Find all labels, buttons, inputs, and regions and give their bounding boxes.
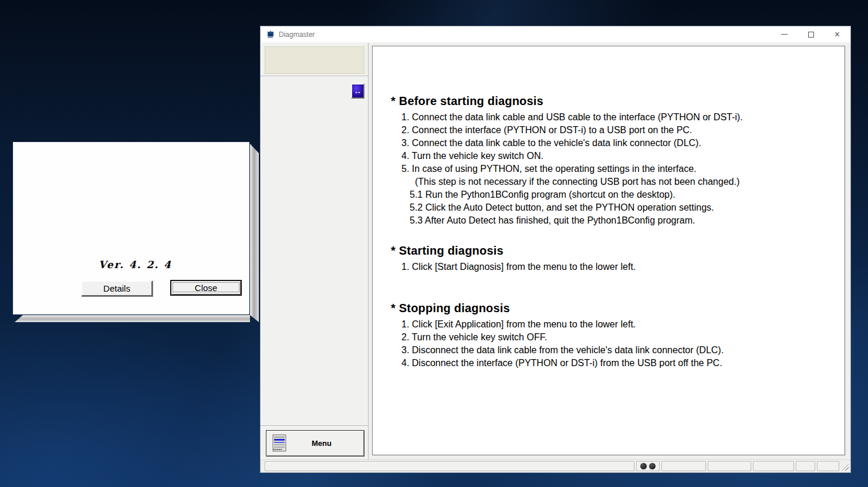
led-panel	[636, 461, 660, 471]
status-panel	[817, 461, 839, 471]
status-panel	[708, 461, 751, 471]
instruction-line: 4. Turn the vehicle key switch ON.	[373, 150, 845, 163]
section-heading: * Stopping diagnosis	[373, 300, 845, 316]
section-heading: * Before starting diagnosis	[373, 93, 845, 109]
minimize-icon	[781, 34, 788, 35]
instruction-line: 2. Connect the interface (PYTHON or DST-…	[373, 124, 845, 137]
status-panel-main	[265, 461, 634, 471]
maximize-button[interactable]	[798, 26, 824, 42]
window-title: Diagmaster	[279, 31, 771, 39]
main-row: ↔ Menu * Before	[261, 43, 850, 459]
details-button[interactable]: Details	[81, 280, 153, 296]
left-right-arrows-icon: ↔	[354, 86, 362, 96]
status-panel	[796, 461, 815, 471]
instruction-line: 5.3 After Auto Detect has finished, quit…	[373, 214, 845, 227]
status-panel	[753, 461, 794, 471]
dialog-close-button[interactable]: Close	[170, 280, 242, 296]
instruction-line: 3. Disconnect the data link cable from t…	[373, 344, 845, 357]
sidebar-divider	[261, 425, 368, 427]
window-controls: ×	[771, 26, 850, 42]
led-indicator	[640, 463, 647, 469]
menu-icon	[272, 434, 288, 453]
status-panel	[661, 461, 706, 471]
close-icon: ×	[835, 30, 840, 39]
app-window: Diagmaster × ↔	[260, 26, 851, 473]
instruction-line: 1. Connect the data link cable and USB c…	[373, 111, 845, 124]
window-close-button[interactable]: ×	[824, 26, 850, 42]
maximize-icon	[808, 32, 814, 38]
dialog-close-button-label: Close	[173, 282, 239, 292]
instruction-section: * Before starting diagnosis1. Connect th…	[373, 93, 845, 227]
content-wrap: * Before starting diagnosis1. Connect th…	[369, 43, 850, 459]
version-label: Ver. 4. 2. 4	[13, 259, 249, 270]
instruction-line: 5.1 Run the Python1BConfig program (shor…	[373, 188, 845, 201]
sidebar-divider	[261, 76, 368, 77]
dialog-bevel-right	[250, 144, 259, 322]
instruction-line: (This step is not necessary if the conne…	[373, 175, 845, 188]
version-dialog: Ver. 4. 2. 4 Details Close	[13, 142, 249, 314]
instruction-line: 2. Turn the vehicle key switch OFF.	[373, 331, 845, 344]
instruction-line: 5. In case of using PYTHON, set the oper…	[373, 163, 845, 175]
status-bar	[261, 459, 850, 472]
dialog-bevel-bottom	[15, 315, 250, 322]
instruction-line: 3. Connect the data link cable to the ve…	[373, 137, 845, 150]
instruction-line: 4. Disconnect the interface (PYTHON or D…	[373, 357, 845, 370]
instruction-line: 1. Click [Exit Application] from the men…	[373, 318, 845, 331]
sidebar-header-box	[265, 46, 364, 74]
app-icon	[266, 30, 275, 39]
instruction-section: * Starting diagnosis1. Click [Start Diag…	[373, 242, 845, 273]
menu-button[interactable]: Menu	[266, 430, 364, 456]
instruction-section: * Stopping diagnosis1. Click [Exit Appli…	[373, 300, 845, 370]
resize-grip-icon[interactable]	[841, 461, 849, 471]
section-heading: * Starting diagnosis	[373, 242, 845, 259]
minimize-button[interactable]	[771, 26, 798, 42]
titlebar: Diagmaster ×	[261, 26, 850, 43]
instruction-line: 1. Click [Start Diagnosis] from the menu…	[373, 261, 845, 273]
instructions: * Before starting diagnosis1. Connect th…	[373, 46, 845, 370]
led-indicator	[649, 463, 656, 469]
content-area: * Before starting diagnosis1. Connect th…	[372, 46, 845, 455]
collapse-sidebar-button[interactable]: ↔	[351, 83, 364, 99]
menu-button-label: Menu	[288, 439, 364, 448]
desktop: { "version_dialog": { "version_label": "…	[0, 0, 868, 487]
sidebar: ↔ Menu	[261, 43, 369, 459]
instruction-line: 5.2 Click the Auto Detect button, and se…	[373, 201, 845, 214]
